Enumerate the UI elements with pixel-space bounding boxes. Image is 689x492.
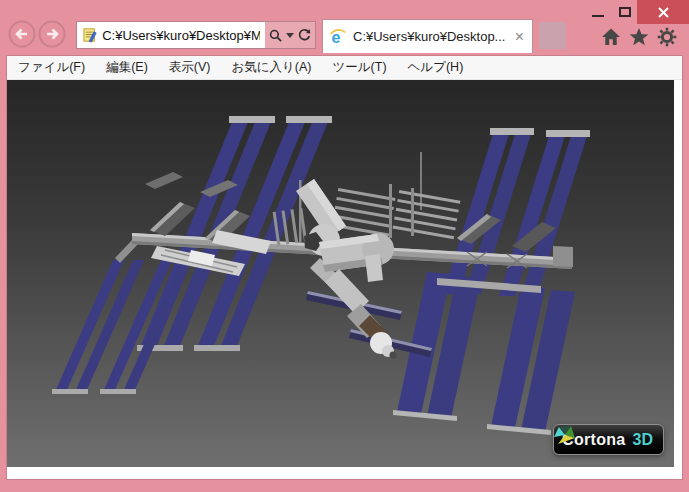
- search-icon[interactable]: [269, 29, 282, 42]
- new-tab-button[interactable]: [539, 22, 566, 49]
- star-icon: [629, 27, 649, 47]
- favorites-button[interactable]: [628, 26, 650, 48]
- 3d-viewport[interactable]: Cortona3D: [7, 80, 674, 467]
- titlebar: C:¥Users¥kuro¥Desktop¥My e C:¥Users¥kuro…: [0, 0, 689, 56]
- menu-favorites[interactable]: お気に入り(A): [231, 59, 311, 76]
- minimize-button[interactable]: [585, 0, 611, 23]
- tools-button[interactable]: [656, 26, 678, 48]
- refresh-icon[interactable]: [297, 28, 311, 42]
- address-bar[interactable]: C:¥Users¥kuro¥Desktop¥My: [76, 21, 316, 49]
- forward-button[interactable]: [38, 20, 66, 48]
- address-bar-buttons: [265, 22, 315, 48]
- maximize-button[interactable]: [612, 0, 638, 23]
- menu-bar: ファイル(F) 編集(E) 表示(V) お気に入り(A) ツール(T) ヘルプ(…: [7, 56, 682, 80]
- address-field[interactable]: C:¥Users¥kuro¥Desktop¥My: [77, 22, 265, 48]
- tab-close-icon[interactable]: ×: [513, 29, 526, 45]
- autocomplete-dropdown-icon[interactable]: [286, 33, 294, 38]
- cortona3d-star-icon: [554, 425, 576, 445]
- menu-view[interactable]: 表示(V): [169, 59, 211, 76]
- menu-edit[interactable]: 編集(E): [106, 59, 148, 76]
- forward-arrow-icon: [38, 20, 66, 48]
- cortona3d-logo-suffix: 3D: [633, 431, 653, 449]
- iss-3d-model: [7, 80, 674, 467]
- close-icon: [658, 7, 669, 18]
- browser-window: C:¥Users¥kuro¥Desktop¥My e C:¥Users¥kuro…: [0, 0, 689, 492]
- file-page-icon: [82, 27, 97, 43]
- gear-icon: [657, 27, 677, 47]
- soyuz-spacecraft: [306, 269, 432, 359]
- menu-file[interactable]: ファイル(F): [18, 59, 85, 76]
- tab-desktop-file[interactable]: e C:¥Users¥kuro¥Desktop... ×: [322, 19, 533, 53]
- home-icon: [601, 27, 621, 47]
- close-button[interactable]: [637, 0, 689, 24]
- menu-help[interactable]: ヘルプ(H): [408, 59, 464, 76]
- solar-arrays-starboard: [393, 128, 590, 435]
- tab-title: C:¥Users¥kuro¥Desktop...: [353, 29, 507, 44]
- menu-tools[interactable]: ツール(T): [333, 59, 387, 76]
- back-arrow-icon: [8, 20, 36, 48]
- back-button[interactable]: [8, 20, 36, 48]
- internet-explorer-icon: e: [329, 28, 347, 46]
- address-url: C:¥Users¥kuro¥Desktop¥My: [102, 28, 260, 43]
- minimize-icon: [592, 15, 604, 17]
- page-area: ファイル(F) 編集(E) 表示(V) お気に入り(A) ツール(T) ヘルプ(…: [7, 56, 682, 479]
- heat-radiator-comb-right: [393, 190, 461, 239]
- home-button[interactable]: [600, 26, 622, 48]
- maximize-icon: [619, 7, 631, 17]
- cortona3d-logo[interactable]: Cortona3D: [553, 424, 664, 455]
